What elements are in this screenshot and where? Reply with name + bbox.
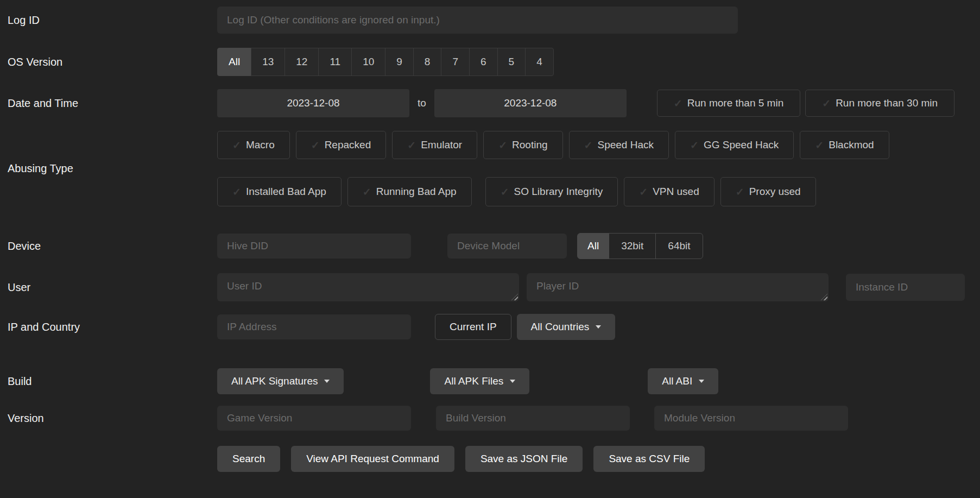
run-more-than-30-min-label: Run more than 30 min <box>836 97 938 109</box>
apk-signatures-dropdown-label: All APK Signatures <box>231 375 318 387</box>
check-icon: ✓ <box>639 186 648 198</box>
user-id-textarea[interactable] <box>217 273 519 301</box>
label-version: Version <box>0 412 217 425</box>
date-to-input[interactable] <box>434 89 627 117</box>
run-more-than-5-min-label: Run more than 5 min <box>687 97 783 109</box>
label-user: User <box>0 281 217 294</box>
check-icon: ✓ <box>584 139 593 152</box>
repacked-toggle[interactable]: ✓ Repacked <box>296 131 386 159</box>
row-ip-country: IP and Country Current IP All Countries <box>0 314 980 340</box>
os-version-option-all[interactable]: All <box>217 48 251 76</box>
repacked-label: Repacked <box>325 139 371 151</box>
row-date-time: Date and Time to ✓ Run more than 5 min ✓… <box>0 89 980 117</box>
so-library-integrity-toggle[interactable]: ✓ SO Library Integrity <box>485 177 618 206</box>
date-from-input[interactable] <box>217 89 409 117</box>
check-icon: ✓ <box>501 186 509 198</box>
os-version-option-9[interactable]: 9 <box>385 48 414 76</box>
row-user: User <box>0 273 980 301</box>
blackmod-label: Blackmod <box>829 139 874 151</box>
save-csv-button[interactable]: Save as CSV File <box>593 446 705 472</box>
gg-speed-hack-label: GG Speed Hack <box>704 139 779 151</box>
caret-down-icon <box>699 380 704 383</box>
os-version-option-10[interactable]: 10 <box>351 48 385 76</box>
check-icon: ✓ <box>815 139 824 152</box>
os-version-option-5[interactable]: 5 <box>497 48 526 76</box>
check-icon: ✓ <box>311 139 320 152</box>
save-json-button[interactable]: Save as JSON File <box>465 446 583 472</box>
countries-dropdown-label: All Countries <box>531 321 590 333</box>
check-icon: ✓ <box>674 97 682 110</box>
running-bad-app-toggle[interactable]: ✓ Running Bad App <box>347 177 472 206</box>
apk-signatures-dropdown[interactable]: All APK Signatures <box>217 368 344 394</box>
abi-dropdown[interactable]: All ABI <box>648 368 718 394</box>
label-ip-country: IP and Country <box>0 321 217 333</box>
row-log-id: Log ID <box>0 7 980 34</box>
proxy-used-toggle[interactable]: ✓ Proxy used <box>720 177 816 206</box>
os-version-option-4[interactable]: 4 <box>525 48 554 76</box>
so-library-integrity-label: SO Library Integrity <box>514 186 603 198</box>
label-device: Device <box>0 240 217 253</box>
label-log-id: Log ID <box>0 14 217 27</box>
label-abusing-type: Abusing Type <box>0 162 217 175</box>
row-version: Version <box>0 406 980 431</box>
current-ip-button[interactable]: Current IP <box>435 314 511 340</box>
label-os-version: OS Version <box>0 56 217 68</box>
abusing-type-row-1: ✓ Macro ✓ Repacked ✓ Emulator ✓ Rooting <box>217 131 889 159</box>
macro-toggle[interactable]: ✓ Macro <box>217 131 290 159</box>
check-icon: ✓ <box>232 186 241 198</box>
module-version-input[interactable] <box>654 406 848 431</box>
vpn-used-toggle[interactable]: ✓ VPN used <box>624 177 714 206</box>
log-id-input[interactable] <box>217 7 738 34</box>
blackmod-toggle[interactable]: ✓ Blackmod <box>800 131 889 159</box>
os-version-option-11[interactable]: 11 <box>318 48 352 76</box>
running-bad-app-label: Running Bad App <box>376 186 457 198</box>
macro-label: Macro <box>246 139 275 151</box>
installed-bad-app-toggle[interactable]: ✓ Installed Bad App <box>217 177 342 206</box>
label-build: Build <box>0 375 217 388</box>
view-api-request-command-button[interactable]: View API Request Command <box>291 446 454 472</box>
vpn-used-label: VPN used <box>653 186 699 198</box>
abi-dropdown-label: All ABI <box>662 375 692 387</box>
run-more-than-30-min-toggle[interactable]: ✓ Run more than 30 min <box>805 90 954 117</box>
rooting-toggle[interactable]: ✓ Rooting <box>483 131 562 159</box>
game-version-input[interactable] <box>217 406 411 431</box>
installed-bad-app-label: Installed Bad App <box>246 186 326 198</box>
check-icon: ✓ <box>232 139 241 152</box>
os-version-option-12[interactable]: 12 <box>284 48 319 76</box>
device-model-input[interactable] <box>447 234 567 259</box>
row-device: Device All 32bit 64bit <box>0 233 980 259</box>
ip-address-input[interactable] <box>217 314 411 339</box>
hive-did-input[interactable] <box>217 234 411 259</box>
caret-down-icon <box>596 325 601 329</box>
instance-id-input[interactable] <box>846 274 965 301</box>
speed-hack-toggle[interactable]: ✓ Speed Hack <box>569 131 669 159</box>
row-abusing-type: Abusing Type ✓ Macro ✓ Repacked ✓ Emulat… <box>0 131 980 206</box>
os-version-option-13[interactable]: 13 <box>251 48 285 76</box>
abusing-type-row-2: ✓ Installed Bad App ✓ Running Bad App ✓ … <box>217 177 889 206</box>
arch-option-64bit[interactable]: 64bit <box>655 233 703 259</box>
run-more-than-5-min-toggle[interactable]: ✓ Run more than 5 min <box>657 90 800 117</box>
os-version-option-7[interactable]: 7 <box>441 48 470 76</box>
search-button[interactable]: Search <box>217 446 280 472</box>
os-version-option-8[interactable]: 8 <box>413 48 442 76</box>
arch-option-32bit[interactable]: 32bit <box>609 233 656 259</box>
row-actions: Search View API Request Command Save as … <box>0 446 980 472</box>
date-range-separator: to <box>418 97 426 109</box>
player-id-textarea[interactable] <box>527 273 829 301</box>
arch-option-all[interactable]: All <box>577 233 609 259</box>
rooting-label: Rooting <box>512 139 548 151</box>
os-version-option-6[interactable]: 6 <box>469 48 498 76</box>
check-icon: ✓ <box>822 97 831 110</box>
row-os-version: OS Version All 13 12 11 10 9 8 7 6 5 4 <box>0 48 980 76</box>
check-icon: ✓ <box>498 139 507 152</box>
build-version-input[interactable] <box>436 406 630 431</box>
player-id-textarea-wrapper <box>527 273 829 301</box>
check-icon: ✓ <box>363 186 371 198</box>
proxy-used-label: Proxy used <box>749 186 801 198</box>
gg-speed-hack-toggle[interactable]: ✓ GG Speed Hack <box>675 131 794 159</box>
countries-dropdown[interactable]: All Countries <box>517 314 616 340</box>
apk-files-dropdown[interactable]: All APK Files <box>430 368 529 394</box>
label-date-time: Date and Time <box>0 97 217 110</box>
emulator-toggle[interactable]: ✓ Emulator <box>392 131 477 159</box>
user-id-textarea-wrapper <box>217 273 519 301</box>
